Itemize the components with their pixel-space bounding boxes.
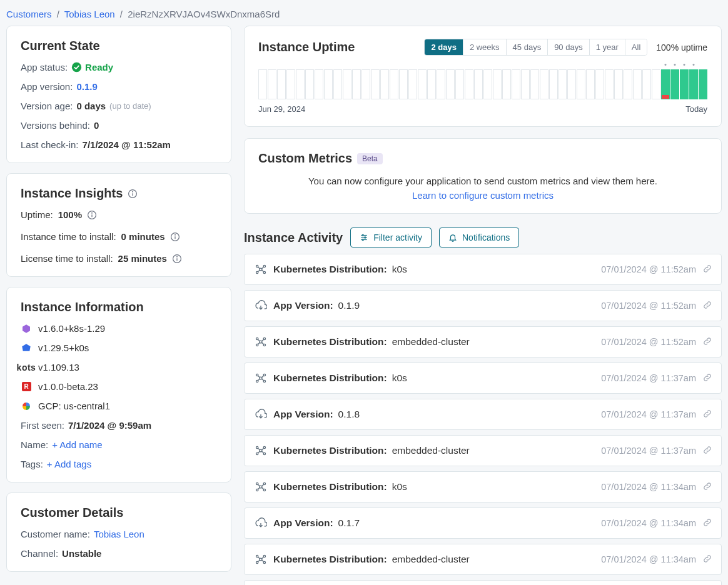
add-tags-button[interactable]: + Add tags (47, 459, 91, 469)
uptime-bar[interactable] (399, 69, 408, 99)
app-version-value[interactable]: 0.1.9 (76, 81, 97, 92)
uptime-bar[interactable] (699, 69, 707, 99)
info-icon[interactable] (128, 189, 138, 199)
uptime-bar[interactable] (418, 69, 427, 99)
uptime-bar[interactable] (361, 69, 370, 99)
uptime-range-tab[interactable]: 2 days (425, 39, 463, 55)
uptime-bar[interactable] (455, 69, 464, 99)
svg-point-67 (263, 555, 265, 557)
uptime-bar[interactable] (642, 69, 651, 99)
breadcrumb-customer[interactable]: Tobias Leon (64, 9, 115, 19)
activity-row[interactable]: App Version:0.1.707/01/2024 @ 11:34am (244, 508, 722, 539)
uptime-bar[interactable] (324, 69, 333, 99)
uptime-bar[interactable] (277, 69, 286, 99)
permalink-icon[interactable] (702, 409, 712, 421)
permalink-icon[interactable] (702, 264, 712, 276)
activity-label: Kubernetes Distribution: (273, 554, 387, 565)
uptime-bar[interactable] (390, 69, 398, 99)
uptime-bar[interactable] (437, 69, 445, 99)
uptime-bar[interactable] (296, 69, 305, 99)
activity-row[interactable]: Kubernetes Distribution:embedded-cluster… (244, 326, 722, 358)
uptime-bar[interactable] (661, 69, 670, 99)
activity-title: Kubernetes Distribution:k0s (273, 481, 601, 492)
notifications-button[interactable]: Notifications (439, 228, 519, 248)
breadcrumb-customers[interactable]: Customers (6, 9, 52, 19)
permalink-icon[interactable] (702, 372, 712, 384)
name-label: Name: (21, 439, 48, 450)
uptime-bar[interactable] (670, 69, 679, 99)
activity-value: embedded-cluster (392, 336, 470, 348)
uptime-bar[interactable] (567, 69, 576, 99)
uptime-bar[interactable] (305, 69, 314, 99)
uptime-bar[interactable] (380, 69, 389, 99)
permalink-icon[interactable] (702, 518, 712, 529)
uptime-bar[interactable] (689, 69, 698, 99)
uptime-bar[interactable] (427, 69, 436, 99)
activity-row[interactable]: Kubernetes Distribution:embedded-cluster… (244, 435, 722, 466)
permalink-icon[interactable] (702, 445, 712, 457)
add-name-button[interactable]: + Add name (52, 439, 102, 450)
svg-point-32 (256, 344, 258, 346)
uptime-bar[interactable] (371, 69, 380, 99)
uptime-bar[interactable] (268, 69, 276, 99)
uptime-bar[interactable] (465, 69, 473, 99)
uptime-bar[interactable] (549, 69, 558, 99)
cloud-download-icon (253, 299, 268, 312)
uptime-bar[interactable] (680, 69, 689, 99)
uptime-bar[interactable] (530, 69, 539, 99)
uptime-range-tab[interactable]: 2 weeks (463, 39, 507, 55)
uptime-bar[interactable] (512, 69, 520, 99)
activity-row[interactable]: App Version:0.1.807/01/2024 @ 11:37am (244, 399, 722, 430)
uptime-range-tab[interactable]: 90 days (548, 39, 590, 55)
uptime-bar[interactable] (343, 69, 351, 99)
info-icon[interactable] (170, 232, 180, 242)
uptime-bar[interactable] (624, 69, 632, 99)
filter-activity-button[interactable]: Filter activity (350, 228, 432, 248)
uptime-bar[interactable] (586, 69, 595, 99)
uptime-bar[interactable] (633, 69, 642, 99)
activity-time: 07/01/2024 @ 11:37am (601, 373, 696, 383)
uptime-bar[interactable] (446, 69, 455, 99)
uptime-bar[interactable] (540, 69, 549, 99)
activity-row[interactable]: App Version:0.1.907/01/2024 @ 11:52am (244, 290, 722, 321)
uptime-bar[interactable] (333, 69, 342, 99)
customer-name-value[interactable]: Tobias Leon (94, 529, 144, 539)
uptime-bar[interactable] (258, 69, 267, 99)
uptime-bar[interactable] (605, 69, 614, 99)
uptime-bar[interactable] (595, 69, 604, 99)
uptime-bar[interactable] (652, 69, 660, 99)
activity-row[interactable]: Kubernetes Distribution:embedded-cluster… (244, 544, 722, 575)
uptime-bar[interactable] (315, 69, 323, 99)
uptime-bar[interactable] (559, 69, 567, 99)
permalink-icon[interactable] (702, 481, 712, 493)
permalink-icon[interactable] (702, 336, 712, 348)
permalink-icon[interactable] (702, 554, 712, 566)
uptime-bar[interactable] (408, 69, 417, 99)
activity-row[interactable]: Kubernetes Distribution:k0s07/01/2024 @ … (244, 254, 722, 285)
uptime-range-tab[interactable]: 45 days (507, 39, 549, 55)
current-state-title: Current State (21, 39, 217, 53)
uptime-bars[interactable] (258, 69, 707, 99)
uptime-range-tab[interactable]: 1 year (590, 39, 625, 55)
uptime-bar[interactable] (502, 69, 511, 99)
app-status-value: Ready (71, 62, 113, 72)
uptime-bar[interactable] (521, 69, 530, 99)
uptime-bar[interactable] (614, 69, 623, 99)
activity-time: 07/01/2024 @ 11:34am (601, 518, 696, 528)
activity-row[interactable]: Kubernetes Distribution:k0s07/01/2024 @ … (244, 362, 722, 394)
app-status-label: App status: (21, 62, 68, 72)
uptime-bar[interactable] (474, 69, 483, 99)
permalink-icon[interactable] (702, 300, 712, 312)
activity-row[interactable]: Kubernetes Distribution:k0s07/01/2024 @ … (244, 580, 722, 585)
activity-row[interactable]: Kubernetes Distribution:k0s07/01/2024 @ … (244, 471, 722, 502)
custom-metrics-link[interactable]: Learn to configure custom metrics (258, 190, 707, 201)
svg-point-24 (263, 271, 265, 273)
info-icon[interactable] (172, 254, 182, 264)
uptime-range-tab[interactable]: All (625, 39, 647, 55)
uptime-bar[interactable] (483, 69, 492, 99)
uptime-bar[interactable] (286, 69, 295, 99)
info-icon[interactable] (87, 210, 97, 220)
uptime-bar[interactable] (577, 69, 585, 99)
uptime-bar[interactable] (352, 69, 361, 99)
uptime-bar[interactable] (493, 69, 502, 99)
